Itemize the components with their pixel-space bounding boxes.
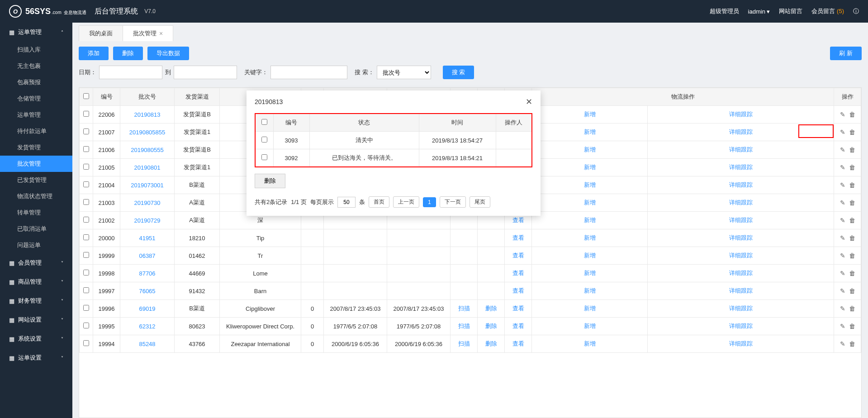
view-link[interactable]: 查看 — [512, 340, 524, 347]
close-icon[interactable]: × — [159, 30, 163, 37]
date-to-input[interactable] — [174, 66, 237, 79]
view-link[interactable]: 查看 — [512, 323, 524, 329]
trash-icon[interactable]: 🗑 — [849, 270, 855, 277]
trash-icon[interactable]: 🗑 — [849, 340, 855, 347]
row-delete-link[interactable]: 删除 — [485, 305, 497, 312]
row-checkbox[interactable] — [83, 181, 89, 187]
row-checkbox[interactable] — [83, 199, 89, 205]
edit-icon[interactable]: ✎ — [840, 270, 845, 277]
menu-group-会员管理[interactable]: ▦ 会员管理˅ — [0, 253, 72, 272]
add-link[interactable]: 新增 — [584, 252, 596, 259]
batch-link[interactable]: 06387 — [139, 252, 155, 259]
modal-select-all[interactable] — [261, 119, 267, 125]
batch-link[interactable]: 69019 — [139, 305, 155, 312]
add-link[interactable]: 新增 — [584, 199, 596, 206]
batch-link[interactable]: 41951 — [139, 235, 155, 242]
scan-link[interactable]: 扫描 — [458, 340, 470, 347]
tab-批次管理[interactable]: 批次管理× — [123, 25, 173, 41]
tab-我的桌面[interactable]: 我的桌面 — [79, 25, 123, 41]
help-icon[interactable]: ⓘ — [853, 7, 859, 15]
sidebar-item-运单管理[interactable]: 运单管理 — [0, 107, 72, 123]
track-link[interactable]: 详细跟踪 — [729, 164, 753, 171]
sidebar-item-待付款运单[interactable]: 待付款运单 — [0, 123, 72, 139]
trash-icon[interactable]: 🗑 — [849, 323, 855, 330]
trash-icon[interactable]: 🗑 — [849, 111, 855, 118]
add-link[interactable]: 新增 — [584, 111, 596, 118]
scan-link[interactable]: 扫描 — [458, 323, 470, 329]
add-link[interactable]: 新增 — [584, 128, 596, 135]
batch-link[interactable]: 20190730 — [134, 200, 161, 206]
close-icon[interactable]: ✕ — [526, 97, 532, 107]
row-checkbox[interactable] — [83, 111, 89, 117]
batch-link[interactable]: 2019080555 — [131, 147, 163, 153]
menu-group-运单管理[interactable]: ▦ 运单管理˄ — [0, 23, 72, 42]
edit-icon[interactable]: ✎ — [840, 164, 845, 171]
row-delete-link[interactable]: 删除 — [485, 323, 497, 329]
menu-group-商品管理[interactable]: ▦ 商品管理˅ — [0, 272, 72, 291]
edit-icon[interactable]: ✎ — [840, 181, 845, 189]
modal-delete-button[interactable]: 删除 — [255, 174, 285, 188]
row-delete-link[interactable]: 删除 — [485, 340, 497, 347]
add-link[interactable]: 新增 — [584, 234, 596, 241]
track-link[interactable]: 详细跟踪 — [729, 287, 753, 294]
add-link[interactable]: 新增 — [584, 270, 596, 276]
view-link[interactable]: 查看 — [512, 270, 524, 276]
modal-row-checkbox[interactable] — [261, 154, 267, 160]
add-link[interactable]: 新增 — [584, 217, 596, 223]
refresh-button[interactable]: 刷 新 — [830, 47, 862, 60]
batch-link[interactable]: 76065 — [139, 288, 155, 294]
trash-icon[interactable]: 🗑 — [849, 252, 855, 259]
view-link[interactable]: 查看 — [512, 217, 524, 223]
edit-icon[interactable]: ✎ — [840, 252, 845, 259]
track-link[interactable]: 详细跟踪 — [729, 199, 753, 206]
row-checkbox[interactable] — [83, 323, 89, 328]
trash-icon[interactable]: 🗑 — [849, 217, 855, 224]
trash-icon[interactable]: 🗑 — [849, 146, 855, 153]
batch-link[interactable]: 62312 — [139, 323, 155, 330]
search-button[interactable]: 搜 索 — [443, 66, 474, 79]
sidebar-item-仓储管理[interactable]: 仓储管理 — [0, 90, 72, 107]
batch-link[interactable]: 20190801 — [134, 164, 161, 171]
next-page-button[interactable]: 下一页 — [440, 196, 466, 208]
batch-link[interactable]: 20190729 — [134, 217, 161, 224]
row-checkbox[interactable] — [83, 128, 89, 134]
date-from-input[interactable] — [99, 66, 162, 79]
track-link[interactable]: 详细跟踪 — [729, 234, 753, 241]
export-button[interactable]: 导出数据 — [147, 47, 189, 60]
batch-link[interactable]: 85248 — [139, 341, 155, 347]
sidebar-item-转单管理[interactable]: 转单管理 — [0, 204, 72, 221]
sidebar-item-扫描入库[interactable]: 扫描入库 — [0, 42, 72, 58]
track-link[interactable]: 详细跟踪 — [729, 146, 753, 153]
last-page-button[interactable]: 尾页 — [470, 196, 490, 208]
search-type-select[interactable]: 批次号 — [377, 66, 431, 79]
trash-icon[interactable]: 🗑 — [849, 181, 855, 189]
track-link[interactable]: 详细跟踪 — [729, 305, 753, 312]
batch-link[interactable]: 20190805855 — [129, 129, 166, 136]
trash-icon[interactable]: 🗑 — [849, 199, 855, 206]
add-button[interactable]: 添加 — [79, 47, 109, 60]
row-checkbox[interactable] — [83, 234, 89, 240]
edit-icon[interactable]: ✎ — [840, 128, 845, 136]
edit-icon[interactable]: ✎ — [840, 234, 845, 242]
add-link[interactable]: 新增 — [584, 181, 596, 188]
add-link[interactable]: 新增 — [584, 164, 596, 171]
sidebar-item-包裹预报[interactable]: 包裹预报 — [0, 74, 72, 90]
track-link[interactable]: 详细跟踪 — [729, 217, 753, 223]
row-checkbox[interactable] — [83, 287, 89, 293]
row-checkbox[interactable] — [83, 305, 89, 311]
row-checkbox[interactable] — [83, 164, 89, 170]
sidebar-item-已取消运单[interactable]: 已取消运单 — [0, 221, 72, 237]
edit-icon[interactable]: ✎ — [840, 323, 845, 330]
edit-icon[interactable]: ✎ — [840, 340, 845, 347]
batch-link[interactable]: 2019073001 — [131, 182, 163, 189]
view-link[interactable]: 查看 — [512, 287, 524, 294]
trash-icon[interactable]: 🗑 — [849, 234, 855, 242]
sidebar-item-已发货管理[interactable]: 已发货管理 — [0, 172, 72, 188]
edit-icon[interactable]: ✎ — [840, 199, 845, 206]
track-link[interactable]: 详细跟踪 — [729, 270, 753, 276]
scan-link[interactable]: 扫描 — [458, 305, 470, 312]
site-msg-link[interactable]: 网站留言 — [779, 7, 802, 15]
view-link[interactable]: 查看 — [512, 305, 524, 312]
edit-icon[interactable]: ✎ — [840, 146, 845, 153]
trash-icon[interactable]: 🗑 — [849, 287, 855, 294]
